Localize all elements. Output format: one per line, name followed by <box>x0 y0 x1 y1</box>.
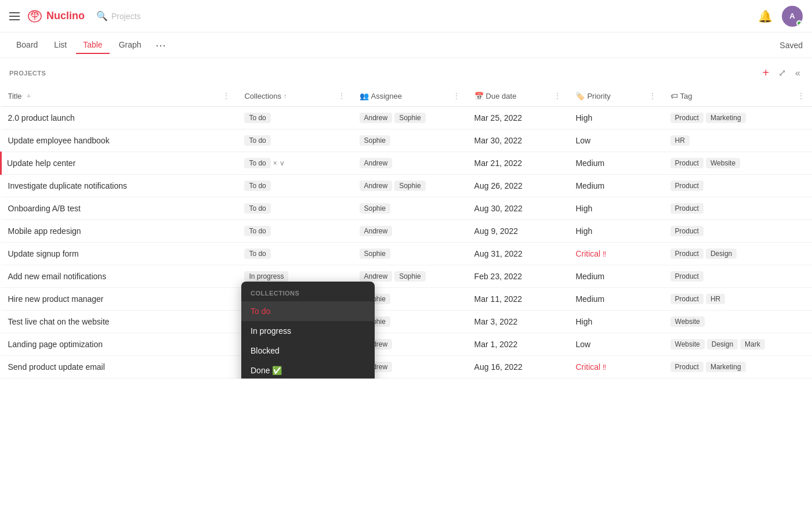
cell-due-date[interactable]: Mar 30, 2022 <box>467 129 569 152</box>
priority-col-label: Priority <box>587 92 610 100</box>
cell-priority[interactable]: Low <box>568 333 663 356</box>
dropdown-item-inprogress[interactable]: In progress <box>241 321 375 341</box>
cell-due-date[interactable]: Aug 31, 2022 <box>467 243 569 265</box>
tab-table[interactable]: Table <box>76 37 109 54</box>
expand-button[interactable]: ⤢ <box>776 66 788 80</box>
cell-collections[interactable]: To do × ∨ <box>237 152 352 175</box>
table-row: Hire new product managerBlockedSophieMar… <box>1 288 813 311</box>
cell-tag[interactable]: ProductMarketing <box>664 356 812 379</box>
cell-tag[interactable]: Product <box>664 175 812 197</box>
sort-up-icon[interactable]: ↑ <box>284 92 287 99</box>
table-row: Send product update emailDone ✅AndrewAug… <box>1 356 813 379</box>
duedate-col-menu-icon[interactable]: ⋮ <box>553 91 561 100</box>
dropdown-item-blocked[interactable]: Blocked <box>241 341 375 361</box>
cell-tag[interactable]: ProductMarketing <box>664 107 812 129</box>
cell-tag[interactable]: HR <box>664 129 812 152</box>
cell-assignee[interactable]: AndrewSophie <box>353 175 467 197</box>
section-title: PROJECTS <box>9 70 760 77</box>
cell-priority[interactable]: Medium <box>568 288 663 311</box>
cell-due-date[interactable]: Mar 21, 2022 <box>467 152 569 175</box>
cell-tag[interactable]: WebsiteDesignMark <box>664 333 812 356</box>
more-options-button[interactable]: ⋯ <box>151 37 171 54</box>
cell-title[interactable]: 2.0 product launch <box>1 107 238 129</box>
cell-due-date[interactable]: Feb 23, 2022 <box>467 265 569 288</box>
table-row: Add new email notificationsIn progressAn… <box>1 265 813 288</box>
cell-priority[interactable]: Medium <box>568 152 663 175</box>
table-row: Investigate duplicate notificationsTo do… <box>1 175 813 197</box>
cell-priority[interactable]: Critical ‼ <box>568 243 663 265</box>
tab-list[interactable]: List <box>47 37 74 54</box>
dropdown-item-done[interactable]: Done ✅ <box>241 361 375 379</box>
dropdown-item-todo[interactable]: To do <box>241 301 375 321</box>
cell-due-date[interactable]: Aug 30, 2022 <box>467 197 569 220</box>
collapse-button[interactable]: « <box>793 67 803 80</box>
cell-title[interactable]: Onboarding A/B test <box>1 197 238 220</box>
cell-collections[interactable]: To do <box>237 243 352 265</box>
cell-due-date[interactable]: Mar 3, 2022 <box>467 311 569 333</box>
cell-priority[interactable]: High <box>568 220 663 243</box>
tab-board[interactable]: Board <box>9 37 45 54</box>
tag-col-menu-icon[interactable]: ⋮ <box>797 91 805 100</box>
cell-title[interactable]: Update signup form <box>1 243 238 265</box>
cell-due-date[interactable]: Mar 1, 2022 <box>467 333 569 356</box>
cell-title[interactable]: Send product update email <box>1 356 238 379</box>
col-header-collections: Collections ↑ ⋮ <box>237 85 352 107</box>
header-right: 🔔 A <box>758 6 803 27</box>
notification-bell-icon[interactable]: 🔔 <box>758 9 773 23</box>
collections-dropdown[interactable]: COLLECTIONS To do In progress Blocked Do… <box>241 282 375 379</box>
cell-tag[interactable]: Product <box>664 197 812 220</box>
chevron-down-icon[interactable]: ∨ <box>280 159 285 167</box>
cell-collections[interactable]: To do <box>237 220 352 243</box>
cell-collections[interactable]: To do <box>237 107 352 129</box>
cell-title[interactable]: Test live chat on the website <box>1 311 238 333</box>
cell-title[interactable]: Update employee handbook <box>1 129 238 152</box>
cell-tag[interactable]: Product <box>664 265 812 288</box>
cell-priority[interactable]: High <box>568 311 663 333</box>
cell-due-date[interactable]: Mar 25, 2022 <box>467 107 569 129</box>
cell-collections[interactable]: To do <box>237 129 352 152</box>
cell-collections[interactable]: To do <box>237 175 352 197</box>
search-area[interactable]: 🔍 Projects <box>96 10 758 21</box>
collections-col-menu-icon[interactable]: ⋮ <box>338 91 346 100</box>
add-row-icon[interactable]: + <box>27 91 31 100</box>
cell-tag[interactable]: Website <box>664 311 812 333</box>
cell-assignee[interactable]: Sophie <box>353 197 467 220</box>
cell-due-date[interactable]: Mar 11, 2022 <box>467 288 569 311</box>
cell-assignee[interactable]: Sophie <box>353 129 467 152</box>
cell-priority[interactable]: High <box>568 107 663 129</box>
cell-title[interactable]: Mobile app redesign <box>1 220 238 243</box>
cell-priority[interactable]: High <box>568 197 663 220</box>
close-icon[interactable]: × <box>273 159 277 167</box>
priority-col-menu-icon[interactable]: ⋮ <box>648 91 657 100</box>
col-header-tag: 🏷 Tag ⋮ <box>664 85 812 107</box>
cell-assignee[interactable]: Andrew <box>353 152 467 175</box>
cell-assignee[interactable]: Sophie <box>353 243 467 265</box>
cell-tag[interactable]: ProductHR <box>664 288 812 311</box>
cell-priority[interactable]: Low <box>568 129 663 152</box>
avatar[interactable]: A <box>782 6 803 27</box>
cell-priority[interactable]: Critical ‼ <box>568 356 663 379</box>
cell-due-date[interactable]: Aug 16, 2022 <box>467 356 569 379</box>
menu-button[interactable] <box>9 12 20 20</box>
cell-collections[interactable]: To do <box>237 197 352 220</box>
cell-due-date[interactable]: Aug 9, 2022 <box>467 220 569 243</box>
cell-title[interactable]: Landing page optimization <box>1 333 238 356</box>
cell-due-date[interactable]: Aug 26, 2022 <box>467 175 569 197</box>
cell-tag[interactable]: ProductDesign <box>664 243 812 265</box>
cell-title[interactable]: Update help center <box>1 152 238 175</box>
cell-tag[interactable]: Product <box>664 220 812 243</box>
tab-graph[interactable]: Graph <box>112 37 148 54</box>
cell-priority[interactable]: Medium <box>568 175 663 197</box>
cell-tag[interactable]: ProductWebsite <box>664 152 812 175</box>
cell-assignee[interactable]: Andrew <box>353 220 467 243</box>
cell-title[interactable]: Add new email notifications <box>1 265 238 288</box>
title-col-menu-icon[interactable]: ⋮ <box>222 91 230 100</box>
cell-priority[interactable]: Medium <box>568 265 663 288</box>
assignee-col-menu-icon[interactable]: ⋮ <box>452 91 461 100</box>
logo[interactable]: Nuclino <box>27 8 85 24</box>
col-header-priority: 🏷️ Priority ⋮ <box>568 85 663 107</box>
cell-assignee[interactable]: AndrewSophie <box>353 107 467 129</box>
cell-title[interactable]: Hire new product manager <box>1 288 238 311</box>
cell-title[interactable]: Investigate duplicate notifications <box>1 175 238 197</box>
add-item-button[interactable]: + <box>760 65 771 81</box>
